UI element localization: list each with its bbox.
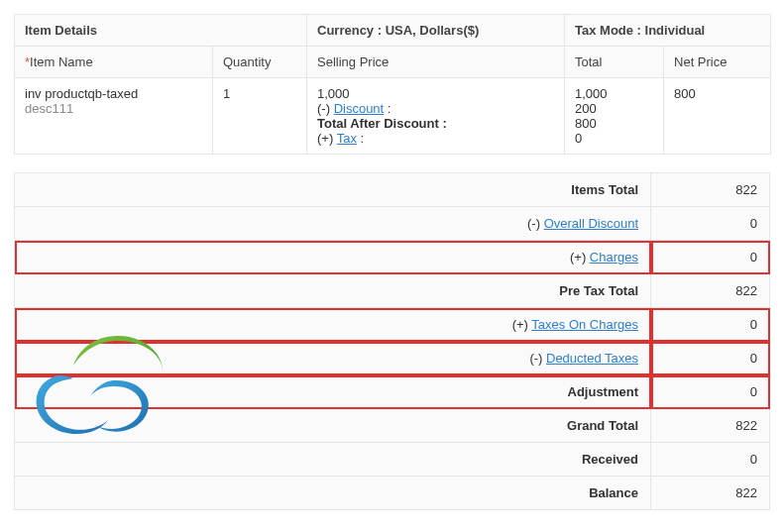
row-items-total: Items Total 822	[15, 173, 770, 207]
column-header-row: *Item Name Quantity Selling Price Total …	[15, 47, 771, 78]
balance-label: Balance	[589, 485, 638, 500]
received-label: Received	[582, 452, 638, 467]
cell-quantity: 1	[213, 78, 307, 155]
charges-link[interactable]: Charges	[590, 250, 638, 265]
pre-tax-total-value: 822	[651, 274, 770, 308]
row-taxes-on-charges: (+) Taxes On Charges 0	[15, 308, 770, 342]
row-balance: Balance 822	[15, 477, 770, 510]
pre-tax-total-label: Pre Tax Total	[559, 283, 638, 298]
tax-mode-header: Tax Mode : Individual	[565, 15, 771, 47]
row-adjustment: Adjustment 0	[15, 375, 770, 409]
price-after-discount: Total After Discount :	[317, 116, 554, 131]
discount-link[interactable]: Discount	[334, 101, 385, 116]
overall-discount-link[interactable]: Overall Discount	[544, 216, 638, 231]
items-total-value: 822	[651, 173, 770, 207]
item-name-text: inv productqb-taxed	[25, 86, 202, 101]
item-details-table: Item Details Currency : USA, Dollars($) …	[14, 14, 771, 155]
col-net-price: Net Price	[664, 47, 771, 78]
row-overall-discount: (-) Overall Discount 0	[15, 207, 770, 241]
price-base: 1,000	[317, 86, 554, 101]
overall-discount-value: 0	[651, 207, 770, 241]
col-selling-price: Selling Price	[307, 47, 565, 78]
item-details-header: Item Details	[15, 15, 307, 47]
price-discount-line: (-) Discount :	[317, 101, 554, 116]
cell-selling-price: 1,000 (-) Discount : Total After Discoun…	[307, 78, 565, 155]
taxes-on-charges-value: 0	[651, 308, 770, 342]
currency-header: Currency : USA, Dollars($)	[307, 15, 565, 47]
cell-item-name: inv productqb-taxed desc111	[15, 78, 213, 155]
taxes-on-charges-link[interactable]: Taxes On Charges	[531, 317, 638, 332]
deducted-taxes-value: 0	[651, 342, 770, 375]
tax-link[interactable]: Tax	[337, 131, 357, 146]
grand-total-label: Grand Total	[567, 418, 638, 433]
adjustment-value: 0	[651, 375, 770, 409]
charges-value: 0	[651, 241, 770, 274]
summary-table: Items Total 822 (-) Overall Discount 0 (…	[14, 172, 770, 510]
row-grand-total: Grand Total 822	[15, 409, 770, 443]
table-row: inv productqb-taxed desc111 1 1,000 (-) …	[15, 78, 771, 155]
cell-net-price: 800	[664, 78, 771, 155]
price-tax-line: (+) Tax :	[317, 131, 554, 146]
row-charges: (+) Charges 0	[15, 241, 770, 274]
balance-value: 822	[651, 477, 770, 510]
col-quantity: Quantity	[213, 47, 307, 78]
adjustment-label: Adjustment	[568, 384, 639, 399]
row-received: Received 0	[15, 443, 770, 477]
items-total-label: Items Total	[571, 182, 638, 197]
row-pre-tax-total: Pre Tax Total 822	[15, 274, 770, 308]
received-value: 0	[651, 443, 770, 477]
deducted-taxes-link[interactable]: Deducted Taxes	[546, 351, 638, 366]
group-header-row: Item Details Currency : USA, Dollars($) …	[15, 15, 771, 47]
item-desc-text: desc111	[25, 101, 202, 116]
col-total: Total	[565, 47, 664, 78]
grand-total-value: 822	[651, 409, 770, 443]
row-deducted-taxes: (-) Deducted Taxes 0	[15, 342, 770, 375]
col-item-name: *Item Name	[15, 47, 213, 78]
cell-total: 1,000 200 800 0	[565, 78, 664, 155]
